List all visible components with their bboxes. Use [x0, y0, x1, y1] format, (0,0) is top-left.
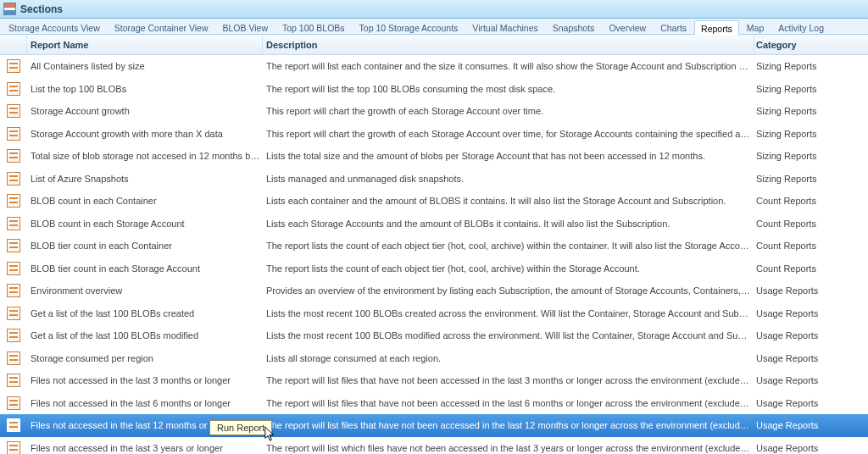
table-row[interactable]: Files not accessed in the last 6 months …	[0, 392, 868, 415]
report-icon	[7, 418, 20, 432]
column-header-category[interactable]: Category	[754, 35, 868, 54]
row-icon-cell	[0, 239, 27, 252]
report-icon	[7, 194, 20, 208]
column-header-description[interactable]: Description	[263, 35, 754, 54]
row-icon-cell	[0, 374, 27, 387]
row-description: The report will list files that have not…	[263, 375, 754, 385]
table-row[interactable]: List of Azure SnapshotsLists managed and…	[0, 168, 868, 191]
column-header-name[interactable]: Report Name	[27, 35, 263, 54]
row-category: Count Reports	[754, 219, 868, 229]
row-name: BLOB tier count in each Container	[27, 241, 263, 251]
row-category: Sizing Reports	[754, 106, 868, 116]
row-description: The report lists the count of each objec…	[263, 241, 754, 251]
tab-snapshots[interactable]: Snapshots	[546, 19, 602, 34]
row-name: Storage Account growth	[27, 106, 263, 116]
report-icon	[7, 262, 20, 275]
column-header-icon[interactable]	[0, 35, 27, 54]
tab-activity-log[interactable]: Activity Log	[771, 19, 831, 34]
report-icon	[7, 217, 20, 230]
row-category: Usage Reports	[754, 308, 868, 318]
table-row[interactable]: Storage Account growth with more than X …	[0, 123, 868, 146]
tab-overview[interactable]: Overview	[602, 19, 653, 34]
row-category: Sizing Reports	[754, 84, 868, 94]
table-row[interactable]: Files not accessed in the last 3 years o…	[0, 437, 868, 455]
run-report-tooltip: Run Report	[209, 420, 272, 435]
row-category: Count Reports	[754, 263, 868, 274]
row-description: Lists each container and the amount of B…	[263, 196, 754, 206]
row-name: All Containers listed by size	[27, 61, 263, 71]
row-name: BLOB count in each Storage Account	[27, 219, 263, 229]
row-category: Count Reports	[754, 241, 868, 251]
table-row[interactable]: List the top 100 BLOBsThe report will li…	[0, 78, 868, 101]
row-icon-cell	[0, 441, 27, 454]
row-name: Storage Account growth with more than X …	[27, 129, 263, 139]
row-icon-cell	[0, 418, 27, 432]
report-icon	[7, 149, 20, 163]
row-icon-cell	[0, 396, 27, 410]
tab-map[interactable]: Map	[740, 19, 771, 34]
report-icon	[7, 352, 20, 365]
row-name: BLOB count in each Container	[27, 196, 263, 206]
report-list: All Containers listed by sizeThe report …	[0, 55, 868, 454]
row-description: Lists each Storage Accounts and the amou…	[263, 219, 754, 229]
row-icon-cell	[0, 329, 27, 342]
row-name: Files not accessed in the last 3 years o…	[27, 443, 263, 453]
table-row[interactable]: Get a list of the last 100 BLOBs modifie…	[0, 324, 868, 347]
table-row[interactable]: Storage consumed per regionLists all sto…	[0, 347, 868, 370]
row-icon-cell	[0, 104, 27, 118]
row-name: Get a list of the last 100 BLOBs created	[27, 308, 263, 318]
row-name: List the top 100 BLOBs	[27, 84, 263, 94]
row-icon-cell	[0, 284, 27, 297]
tab-bar: Storage Accounts ViewStorage Container V…	[0, 19, 868, 35]
tab-storage-accounts-view[interactable]: Storage Accounts View	[2, 19, 107, 34]
report-icon	[7, 127, 20, 141]
row-description: The report will list files that have not…	[263, 420, 754, 430]
table-row[interactable]: BLOB count in each Storage AccountLists …	[0, 213, 868, 235]
row-description: The report will list each container and …	[263, 61, 754, 71]
row-category: Usage Reports	[754, 398, 868, 408]
table-row[interactable]: BLOB tier count in each Storage AccountT…	[0, 257, 868, 280]
row-icon-cell	[0, 82, 27, 96]
tab-storage-container-view[interactable]: Storage Container View	[108, 19, 215, 34]
window-title: Sections	[20, 3, 63, 15]
report-icon	[7, 396, 20, 410]
tab-blob-view[interactable]: BLOB View	[216, 19, 275, 34]
tab-top-10-storage-accounts[interactable]: Top 10 Storage Accounts	[353, 19, 465, 34]
table-row[interactable]: Get a list of the last 100 BLOBs created…	[0, 302, 868, 325]
table-row[interactable]: Environment overviewProvides an overview…	[0, 280, 868, 302]
row-category: Usage Reports	[754, 285, 868, 296]
row-category: Usage Reports	[754, 443, 868, 453]
table-row[interactable]: Total size of blob storage not accesed i…	[0, 145, 868, 168]
report-icon	[7, 82, 20, 96]
row-name: Environment overview	[27, 285, 263, 296]
row-description: Provides an overview of the environment …	[263, 285, 754, 296]
row-name: List of Azure Snapshots	[27, 174, 263, 184]
row-icon-cell	[0, 217, 27, 230]
row-description: Lists the total size and the amount of b…	[263, 151, 754, 161]
table-row[interactable]: Files not accessed in the last 12 months…	[0, 414, 868, 437]
table-row[interactable]: Files not accessed in the last 3 months …	[0, 369, 868, 392]
tab-virtual-machines[interactable]: Virtual Machines	[465, 19, 544, 34]
tab-top-100-blobs[interactable]: Top 100 BLOBs	[275, 19, 352, 34]
tab-charts[interactable]: Charts	[654, 19, 693, 34]
row-category: Sizing Reports	[754, 129, 868, 139]
row-description: Lists managed and unmanaged disk snapsho…	[263, 174, 754, 184]
tab-reports[interactable]: Reports	[694, 20, 739, 35]
column-header-row: Report Name Description Category	[0, 35, 868, 55]
table-row[interactable]: All Containers listed by sizeThe report …	[0, 55, 868, 78]
table-row[interactable]: BLOB count in each ContainerLists each c…	[0, 190, 868, 213]
table-row[interactable]: BLOB tier count in each ContainerThe rep…	[0, 235, 868, 257]
row-name: Files not accessed in the last 6 months …	[27, 398, 263, 408]
report-icon	[7, 239, 20, 252]
report-icon	[7, 284, 20, 297]
row-description: Lists the most recent 100 BLOBs modified…	[263, 330, 754, 340]
row-name: BLOB tier count in each Storage Account	[27, 263, 263, 274]
report-icon	[7, 307, 20, 320]
row-category: Usage Reports	[754, 353, 868, 363]
row-icon-cell	[0, 262, 27, 275]
row-category: Sizing Reports	[754, 174, 868, 184]
row-description: Lists the most recent 100 BLOBs created …	[263, 308, 754, 318]
row-name: Get a list of the last 100 BLOBs modifie…	[27, 330, 263, 340]
table-row[interactable]: Storage Account growthThis report will c…	[0, 100, 868, 123]
row-name: Storage consumed per region	[27, 353, 263, 363]
